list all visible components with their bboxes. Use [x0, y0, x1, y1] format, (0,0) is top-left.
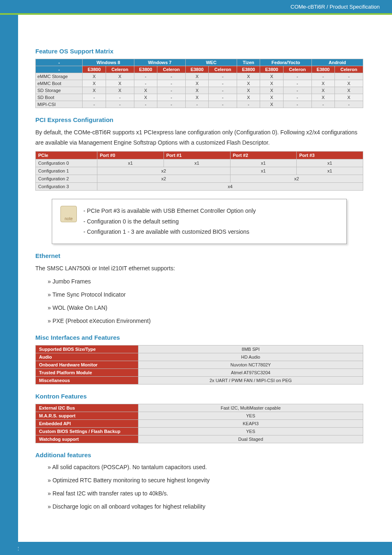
table-row: Supported BIOS Size/Type8MB SPI: [36, 345, 363, 353]
cell: x2: [97, 167, 231, 175]
row-key: M.A.R.S. support: [36, 412, 138, 420]
pci-intro: By default, the COMe-cBTi6R supports x1 …: [35, 127, 363, 148]
kontron-table: External I2C BusFast I2C, MultiMaster ca…: [35, 404, 363, 443]
row-value: YES: [138, 428, 363, 435]
page-footer: 12: [0, 542, 392, 555]
cell: X: [106, 87, 134, 94]
list-item: WOL (Wake On LAN): [48, 303, 363, 313]
ethernet-list: Jumbo FramesTime Sync Protocol Indicator…: [35, 277, 363, 326]
row-label: Configuration 3: [36, 183, 97, 191]
list-item: All solid capacitors (POSCAP). No tantal…: [48, 463, 363, 472]
cell: -: [106, 94, 134, 101]
table-row: Watchdog supportDual Staged: [36, 435, 363, 443]
ethernet-intro: The SMSC LAN7500i or Intel i210IT ethern…: [35, 263, 363, 274]
table-row: Onboard Hardware MonitorNuvoton NCT7802Y: [36, 361, 363, 369]
cell: -: [134, 101, 157, 108]
section-title-os-matrix: Feature OS Support Matrix: [35, 48, 363, 55]
cell: X: [106, 73, 134, 80]
cell: -: [185, 101, 208, 108]
table-row: Configuration 1x2x1x1: [36, 167, 363, 175]
cell: X: [185, 94, 208, 101]
cell: X: [83, 80, 106, 87]
cell: -: [157, 73, 186, 80]
cell: -: [283, 87, 311, 94]
row-key: External I2C Bus: [36, 404, 138, 412]
cell: -: [157, 80, 186, 87]
note-icon: note: [60, 206, 77, 222]
list-item: Time Sync Protocol Indicator: [48, 290, 363, 300]
cell: X: [260, 80, 283, 87]
cell: -: [334, 101, 363, 108]
row-value: Nuvoton NCT7802Y: [138, 361, 363, 369]
table-row: Configuration 3x4: [36, 183, 363, 191]
cell: -: [209, 94, 237, 101]
cell: x1: [297, 159, 363, 167]
cell: -: [237, 101, 260, 108]
table-row: MIPI-CSI-------X---: [36, 101, 363, 108]
list-item: PXE (Preboot eXecution Environment): [48, 316, 363, 326]
cell: -: [283, 73, 311, 80]
section-title-pci: PCI Express Configuration: [35, 116, 363, 123]
cell: X: [185, 73, 208, 80]
header-title: COMe-cBTi6R / Product Specification: [291, 4, 380, 10]
cell: -: [283, 94, 311, 101]
cell: x2: [97, 175, 231, 183]
row-value: HD Audio: [138, 353, 363, 361]
row-key: Audio: [36, 353, 138, 361]
os-support-table: - Windows 8 Windows 7 WEC Tizen Fedora/Y…: [35, 59, 363, 108]
cell: X: [106, 80, 134, 87]
row-label: Configuration 2: [36, 175, 97, 183]
row-key: Trusted Platform Module: [36, 369, 138, 377]
row-label: eMMC Boot: [36, 80, 83, 87]
additional-list: All solid capacitors (POSCAP). No tantal…: [35, 463, 363, 511]
table-row: M.A.R.S. supportYES: [36, 412, 363, 420]
note-line: - PCIe Port #3 is available with USB Eth…: [83, 206, 256, 216]
pcie-header-row: PCIe Port #0 Port #1 Port #2 Port #3: [36, 152, 363, 159]
cell: x1: [230, 167, 297, 175]
note-line: - Configuration 1 - 3 are available with…: [83, 227, 256, 237]
cell: X: [237, 94, 260, 101]
row-key: Embedded API: [36, 420, 138, 428]
cell: -: [209, 87, 237, 94]
cell: x1: [164, 159, 230, 167]
table-row: SD Boot--X-X-XX-XX: [36, 94, 363, 101]
cell: X: [311, 87, 334, 94]
cell: X: [83, 73, 106, 80]
os-group-row: - Windows 8 Windows 7 WEC Tizen Fedora/Y…: [36, 59, 363, 66]
cell: -: [209, 101, 237, 108]
table-row: Configuration 2x2x2: [36, 175, 363, 183]
cell: -: [209, 80, 237, 87]
table-row: Trusted Platform ModuleAtmel AT97SC3204: [36, 369, 363, 377]
cell: X: [311, 94, 334, 101]
row-label: eMMC Storage: [36, 73, 83, 80]
row-value: 8MB SPI: [138, 345, 363, 353]
row-label: SD Storage: [36, 87, 83, 94]
row-key: Miscellaneous: [36, 377, 138, 385]
cell: -: [157, 94, 186, 101]
table-row: AudioHD Audio: [36, 353, 363, 361]
cell: -: [83, 101, 106, 108]
left-sidebar: [0, 15, 18, 555]
row-key: Custom BIOS Settings / Flash Backup: [36, 428, 138, 435]
cell: x4: [97, 183, 363, 191]
table-row: Embedded APIKEAPI3: [36, 420, 363, 428]
cell: X: [334, 94, 363, 101]
cell: -: [311, 73, 334, 80]
row-label: Configuration 1: [36, 167, 97, 175]
section-title-additional: Additional features: [35, 451, 363, 458]
row-value: Atmel AT97SC3204: [138, 369, 363, 377]
os-subheader-row: - E3800 Celeron E3800 Celeron E3800 Cele…: [36, 66, 363, 73]
row-value: KEAPI3: [138, 420, 363, 428]
cell: X: [237, 73, 260, 80]
cell: X: [83, 87, 106, 94]
list-item: Jumbo Frames: [48, 277, 363, 287]
table-row: eMMC BootXX--X-XX-XX: [36, 80, 363, 87]
cell: -: [311, 101, 334, 108]
section-title-ethernet: Ethernet: [35, 252, 363, 259]
row-label: SD Boot: [36, 94, 83, 101]
cell: X: [134, 94, 157, 101]
cell: -: [157, 101, 186, 108]
cell: x1: [230, 159, 297, 167]
table-row: Miscellaneous2x UART / PWM FAN / MIPI-CS…: [36, 377, 363, 385]
row-value: 2x UART / PWM FAN / MIPI-CSI on PEG: [138, 377, 363, 385]
